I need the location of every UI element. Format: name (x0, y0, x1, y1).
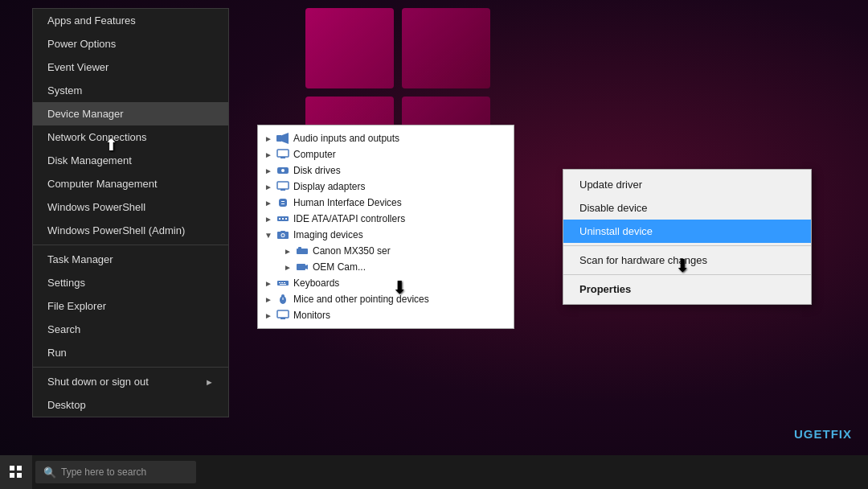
tree-item-disk[interactable]: ► Disk drives (258, 162, 514, 179)
expand-arrow-icon: ► (284, 247, 295, 256)
ctx-uninstall-device[interactable]: Uninstall device (563, 220, 811, 243)
tree-item-computer[interactable]: ► Computer (258, 146, 514, 162)
svg-rect-25 (281, 282, 283, 283)
search-icon: 🔍 (43, 466, 56, 479)
ctx-divider-2 (563, 274, 811, 275)
svg-rect-8 (279, 199, 287, 207)
svg-rect-6 (277, 182, 289, 189)
ctx-divider (563, 245, 811, 246)
winx-item-settings[interactable]: Settings (33, 271, 228, 294)
svg-rect-19 (297, 249, 308, 254)
expand-arrow-icon: ► (264, 150, 276, 159)
svg-rect-3 (280, 157, 285, 158)
tree-item-ide[interactable]: ► IDE ATA/ATAPI controllers (258, 211, 514, 227)
winx-item-disk-management[interactable]: Disk Management (33, 149, 228, 172)
winx-item-shutdown[interactable]: Shut down or sign out ► (33, 370, 228, 393)
keyboard-icon (276, 277, 290, 290)
canon-icon (295, 244, 309, 257)
start-icon (10, 466, 23, 479)
svg-rect-31 (277, 310, 289, 318)
computer-icon (276, 148, 290, 161)
tree-item-monitors[interactable]: ► Monitors (258, 307, 514, 323)
svg-rect-26 (284, 282, 285, 283)
winx-item-windows-powershell-admin[interactable]: Windows PowerShell (Admin) (33, 219, 228, 242)
expand-arrow-icon: ► (284, 263, 295, 272)
right-context-menu: Update driver Disable device Uninstall d… (563, 169, 812, 305)
svg-rect-32 (280, 318, 285, 319)
svg-marker-22 (305, 265, 308, 269)
svg-rect-13 (282, 218, 284, 220)
svg-rect-7 (280, 189, 285, 191)
svg-rect-21 (297, 264, 305, 270)
expand-arrow-icon: ► (264, 166, 276, 175)
tree-item-keyboards[interactable]: ► Keyboards (258, 275, 514, 291)
svg-rect-12 (279, 218, 280, 220)
tree-item-mice[interactable]: ► Mice and other pointing devices (258, 291, 514, 307)
start-button[interactable] (0, 455, 32, 489)
winx-divider-1 (33, 244, 228, 245)
winx-item-run[interactable]: Run (33, 341, 228, 364)
oem-cam-icon (295, 261, 309, 273)
winx-item-task-manager[interactable]: Task Manager (33, 248, 228, 271)
disk-icon (276, 164, 290, 177)
svg-rect-10 (281, 203, 285, 204)
shutdown-arrow-icon: ► (205, 377, 214, 387)
winx-item-power-options[interactable]: Power Options (33, 32, 228, 55)
svg-point-17 (282, 234, 285, 236)
search-placeholder-text: Type here to search (61, 466, 146, 478)
expand-arrow-icon: ► (264, 134, 276, 143)
winx-item-search[interactable]: Search (33, 318, 228, 341)
expand-arrow-icon: ► (264, 279, 276, 288)
svg-point-30 (281, 294, 285, 298)
tree-item-imaging[interactable]: ▼ Imaging devices (258, 227, 514, 243)
ide-icon (276, 212, 290, 225)
svg-rect-2 (277, 150, 289, 157)
ctx-update-driver[interactable]: Update driver (563, 173, 811, 196)
svg-point-5 (281, 169, 285, 172)
watermark-u: U (794, 427, 804, 441)
ctx-disable-device[interactable]: Disable device (563, 196, 811, 220)
svg-rect-27 (280, 284, 286, 285)
winx-item-apps-features[interactable]: Apps and Features (33, 9, 228, 32)
winx-item-file-explorer[interactable]: File Explorer (33, 294, 228, 318)
expand-arrow-icon: ► (264, 199, 276, 208)
winx-item-network-connections[interactable]: Network Connections (33, 125, 228, 149)
display-icon (276, 180, 290, 193)
mice-icon (276, 293, 290, 306)
imaging-icon (276, 228, 290, 241)
ctx-scan-hardware[interactable]: Scan for hardware changes (563, 249, 811, 272)
tree-item-hid[interactable]: ► Human Interface Devices (258, 195, 514, 211)
taskbar: 🔍 Type here to search (0, 455, 868, 489)
taskbar-search[interactable]: 🔍 Type here to search (35, 461, 196, 483)
svg-rect-0 (276, 135, 282, 142)
tree-item-display[interactable]: ► Display adapters (258, 179, 514, 195)
winx-item-event-viewer[interactable]: Event Viewer (33, 55, 228, 79)
winx-context-menu: Apps and Features Power Options Event Vi… (32, 8, 229, 417)
device-tree-panel: ► Audio inputs and outputs ► Computer ► … (257, 125, 514, 329)
winx-item-computer-management[interactable]: Computer Management (33, 172, 228, 195)
winx-divider-2 (33, 367, 228, 368)
win-square-2 (402, 8, 490, 88)
watermark: UGETFIX (794, 427, 852, 441)
win-square-1 (305, 8, 394, 88)
svg-rect-9 (281, 201, 285, 202)
expand-arrow-icon: ► (264, 295, 276, 304)
svg-marker-1 (282, 133, 289, 144)
audio-icon (276, 132, 290, 145)
expand-arrow-icon: ► (264, 183, 276, 191)
watermark-fix: FIX (831, 427, 852, 441)
winx-item-desktop[interactable]: Desktop (33, 393, 228, 417)
tree-item-audio[interactable]: ► Audio inputs and outputs (258, 130, 514, 146)
tree-item-oem-cam[interactable]: ► OEM Cam... (258, 259, 514, 275)
svg-rect-24 (279, 282, 280, 283)
winx-item-windows-powershell[interactable]: Windows PowerShell (33, 195, 228, 219)
winx-item-device-manager[interactable]: Device Manager (33, 102, 228, 125)
svg-rect-14 (285, 218, 287, 220)
expand-arrow-icon: ► (264, 215, 276, 224)
monitor-icon (276, 309, 290, 322)
expand-arrow-icon: ► (264, 311, 276, 320)
winx-item-system[interactable]: System (33, 79, 228, 102)
tree-item-canon[interactable]: ► Canon MX350 ser (258, 243, 514, 259)
svg-rect-20 (298, 247, 301, 249)
ctx-properties[interactable]: Properties (563, 277, 811, 301)
